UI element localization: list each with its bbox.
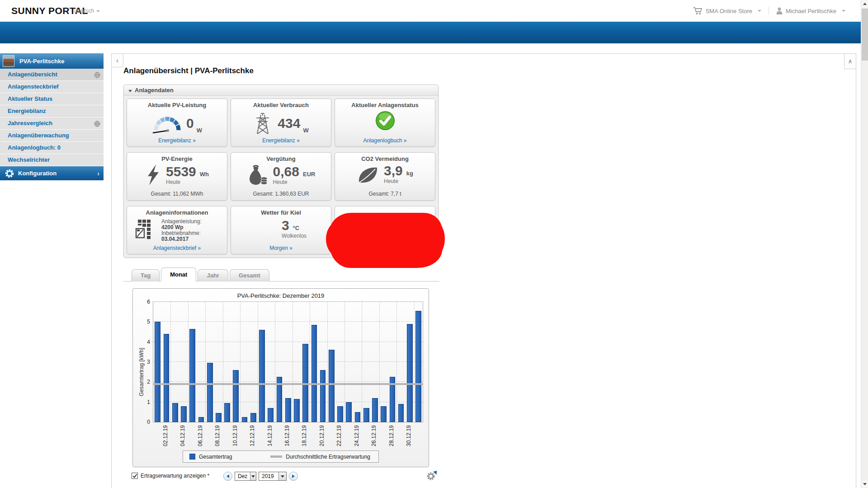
anlagenlogbuch-link[interactable]: Anlagenlogbuch » [335, 137, 435, 144]
chart-plot: 0123456 [153, 301, 423, 422]
legend-line-swatch [270, 455, 282, 458]
gridline-h [153, 301, 423, 302]
weather-condition: Wolkenlos [282, 233, 307, 239]
legend-bar-swatch [189, 454, 195, 460]
x-axis-tick-label: 02.12.19 [162, 425, 169, 446]
tab-gesamt[interactable]: Gesamt [230, 269, 269, 282]
gridline-v [414, 302, 415, 422]
gridline-v [240, 302, 241, 422]
x-axis-tick-label: 18.12.19 [301, 425, 307, 446]
chevron-down-icon [96, 10, 100, 12]
sidebar-item-anlagenueberwachung[interactable]: Anlagenüberwachung [0, 130, 104, 142]
sidebar-item-wechselrichter[interactable]: Wechselrichter [0, 154, 104, 166]
scrollbar-down-button[interactable] [861, 480, 868, 488]
chart-bar [337, 406, 343, 422]
chart-bar [259, 330, 265, 422]
tab-monat[interactable]: Monat [161, 267, 196, 282]
globe-icon [94, 72, 100, 78]
sidebar-item-jahresvergleich[interactable]: Jahresvergleich [0, 117, 104, 130]
energiebilanz-link[interactable]: Energiebilanz » [127, 137, 227, 144]
chart-bar [363, 408, 369, 422]
expectation-toggle[interactable]: Ertragserwartung anzeigen * [132, 473, 209, 479]
globe-icon [94, 121, 100, 127]
page-title: Anlagenübersicht | PVA-Perlitschke [123, 66, 254, 75]
banner-bar [0, 22, 868, 43]
y-axis-tick: 6 [147, 299, 150, 305]
user-menu[interactable]: Michael Perlitschke [776, 7, 845, 14]
gridline-h [153, 321, 423, 322]
chart-bar [407, 324, 413, 422]
x-axis-tick-label: 12.12.19 [249, 425, 255, 446]
gear-icon [426, 472, 435, 481]
page-scrollbar[interactable] [861, 0, 868, 488]
chart-bar [164, 334, 170, 422]
tile-pv-energy: PV-Energie 5539Wh Heute Gesamt: 11,062 M… [127, 152, 227, 201]
language-selector[interactable]: Deutsch [74, 8, 100, 14]
plant-name: PVA-Perlitschke [19, 58, 64, 65]
chevron-down-icon [758, 10, 761, 12]
gridline-v [344, 302, 345, 422]
tab-tag[interactable]: Tag [132, 269, 160, 282]
sidebar-item-energiebilanz[interactable]: Energiebilanz [0, 105, 104, 117]
chart-title: PVA-Perlitschke: Dezember 2019 [133, 292, 429, 299]
chart-legend: Gesamtertrag Durchschnittliche Ertragser… [183, 450, 379, 463]
tile-consumption: Aktueller Verbrauch 434 W Energiebilanz … [231, 99, 331, 147]
chart-bar [415, 311, 421, 422]
chevron-right-icon: › [97, 170, 99, 177]
chart-bar [268, 408, 274, 422]
arrow-right-icon [292, 474, 295, 478]
prev-month-button[interactable] [223, 472, 232, 481]
chart-bar [198, 417, 204, 422]
sidebar: PVA-Perlitschke Anlagenübersicht Anlagen… [0, 53, 104, 180]
expectation-checkbox[interactable] [132, 473, 138, 479]
y-axis-tick: 3 [147, 359, 150, 365]
scrollbar-up-button[interactable] [861, 0, 868, 8]
scroll-top-button[interactable]: ∧ [844, 53, 856, 69]
anlagensteckbrief-link[interactable]: Anlagensteckbrief » [127, 245, 227, 251]
main-content: ‹ ∧ Anlagenübersicht | PVA-Perlitschke A… [111, 53, 856, 488]
chart-bar [224, 403, 230, 422]
arrow-down-icon [863, 483, 867, 485]
month-select[interactable]: Dez [235, 472, 256, 481]
sma-online-store-menu[interactable]: SMA Online Store [693, 7, 761, 15]
chevron-down-icon [842, 10, 845, 12]
tab-jahr[interactable]: Jahr [198, 269, 228, 282]
sidebar-item-anlagenlogbuch[interactable]: Anlagenlogbuch: 0 [0, 142, 104, 154]
store-label: SMA Online Store [706, 8, 752, 14]
arrow-up-icon [863, 3, 867, 5]
user-icon [776, 7, 783, 14]
collapse-triangle-icon [128, 90, 132, 92]
sidebar-item-anlagensteckbrief[interactable]: Anlagensteckbrief [0, 81, 104, 93]
power-pylon-icon [253, 112, 272, 135]
tile-revenue: Vergütung 0,68EUR Heute Ge [231, 152, 331, 201]
sidebar-item-anlagenuebersicht[interactable]: Anlagenübersicht [0, 69, 104, 81]
y-axis-tick: 0 [147, 419, 150, 425]
arrow-left-icon [226, 474, 229, 478]
period-tabs: Tag Monat Jahr Gesamt [132, 267, 269, 282]
year-select[interactable]: 2019 [259, 472, 287, 481]
gridline-v [362, 302, 362, 422]
x-axis-tick-label: 30.12.19 [406, 425, 412, 446]
energiebilanz-link[interactable]: Energiebilanz » [231, 137, 331, 144]
tile-plant-info: Anlageninformationen Anlagenleistung [127, 206, 227, 254]
chevron-down-icon [250, 472, 256, 480]
collapse-sidebar-button[interactable]: ‹ [111, 53, 123, 67]
top-bar: SUNNY PORTAL Deutsch SMA Online Store Mi… [0, 0, 868, 22]
sidebar-plant-header[interactable]: PVA-Perlitschke [0, 53, 104, 69]
panel-header[interactable]: Anlagendaten [124, 85, 438, 96]
scrollbar-thumb[interactable] [862, 9, 868, 61]
next-month-button[interactable] [289, 472, 298, 481]
lightning-icon [145, 164, 160, 186]
check-icon [132, 474, 137, 479]
y-axis-tick: 5 [147, 319, 150, 325]
chart-bar [216, 413, 222, 422]
sidebar-item-aktueller-status[interactable]: Aktueller Status [0, 93, 104, 105]
sidebar-item-konfiguration[interactable]: Konfiguration › [0, 166, 104, 180]
settings-icon[interactable] [426, 472, 437, 482]
tile-weather: Wetter für Kiel 3°C Wolkenlos Morgen » [231, 206, 331, 254]
morgen-link[interactable]: Morgen » [231, 245, 331, 251]
gridline-v [396, 302, 397, 422]
chart-bar [233, 370, 239, 422]
gridline-v [170, 302, 171, 422]
x-axis-tick-label: 06.12.19 [197, 425, 203, 446]
